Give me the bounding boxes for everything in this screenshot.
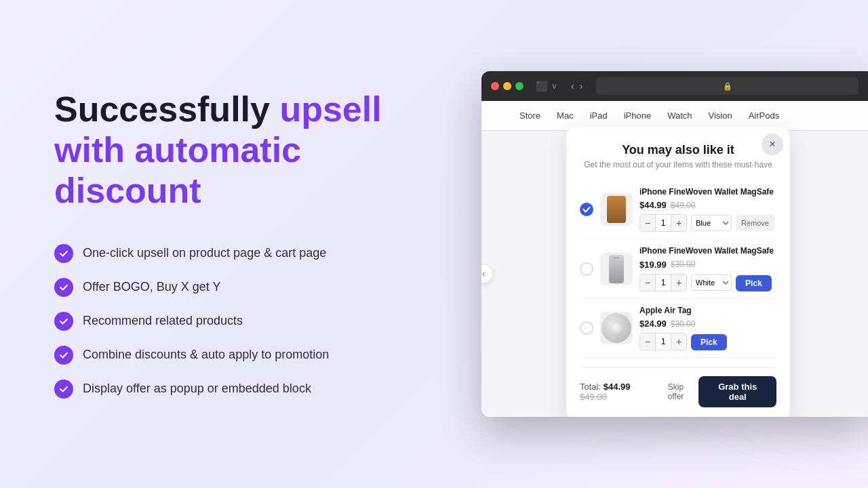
qty-value-2: 1 <box>655 274 671 291</box>
price-new-1: $44.99 <box>639 200 667 210</box>
feature-text: Offer BOGO, Buy X get Y <box>83 280 220 294</box>
list-item: Recommend related products <box>54 312 407 331</box>
modal-close-button[interactable]: × <box>762 134 783 155</box>
headline-plain: Successfully <box>54 89 279 129</box>
back-icon[interactable]: ‹ <box>571 81 574 92</box>
product-name-1: iPhone FineWoven Wallet MagSafe <box>639 187 776 198</box>
product-checkbox-2[interactable] <box>580 262 593 276</box>
price-old-3: $30.00 <box>671 319 696 329</box>
product-image-1 <box>600 193 633 226</box>
product-prices-2: $19.99 $30.00 <box>639 260 776 270</box>
nav-store[interactable]: Store <box>511 110 549 121</box>
product-image-2 <box>600 253 633 285</box>
browser-nav: ‹ › <box>571 81 583 92</box>
address-bar[interactable]: 🔒 <box>596 77 859 95</box>
qty-value-3: 1 <box>655 333 671 350</box>
check-icon <box>54 312 73 331</box>
lock-icon: 🔒 <box>723 82 732 91</box>
product-row-1: iPhone FineWoven Wallet MagSafe $44.99 $… <box>580 180 776 240</box>
list-item: Offer BOGO, Buy X get Y <box>54 278 407 297</box>
list-item: Display offer as popup or embedded block <box>54 380 407 399</box>
feature-text: Recommend related products <box>83 314 243 328</box>
qty-decrease-1[interactable]: − <box>640 215 655 231</box>
footer-actions: Skip offer Grab this deal <box>659 376 776 407</box>
browser-window: ⬛ ∨ ‹ › 🔒 Store Mac iPad iPhone Watch Vi… <box>481 71 868 417</box>
tab-icon: ⬛ <box>536 81 547 92</box>
product-prices-3: $24.99 $30.00 <box>639 319 776 329</box>
product-name-2: iPhone FineWoven Wallet MagSafe <box>639 246 776 257</box>
modal-subtitle: Get the most out of your items with thes… <box>580 160 776 169</box>
list-item: Combine discounts & auto apply to promot… <box>54 346 407 365</box>
nav-ipad[interactable]: iPad <box>582 110 616 121</box>
qty-control-3[interactable]: − 1 + <box>639 333 687 350</box>
upsell-modal: × You may also like it Get the most out … <box>566 127 790 417</box>
left-panel: Successfully upsell with automatic disco… <box>0 49 461 439</box>
close-traffic-light[interactable] <box>491 82 499 90</box>
product-controls-1: − 1 + Blue White Black Remove <box>639 214 776 232</box>
qty-increase-3[interactable]: + <box>671 333 686 350</box>
check-icon <box>54 346 73 365</box>
nav-vision[interactable]: Vision <box>701 110 741 121</box>
qty-decrease-3[interactable]: − <box>640 333 655 350</box>
browser-content: ‹ × You may also like it Get the most ou… <box>481 131 868 417</box>
maximize-traffic-light[interactable] <box>515 82 524 90</box>
nav-airpods[interactable]: AirPods <box>741 110 788 121</box>
product-checkbox-3[interactable] <box>580 321 593 335</box>
price-new-3: $24.99 <box>639 319 667 329</box>
total-label: Total: <box>580 382 601 392</box>
product-controls-2: − 1 + White Blue Black Pick <box>639 274 776 291</box>
qty-increase-1[interactable]: + <box>671 215 686 231</box>
total-info: Total: $44.99 $49.00 <box>580 382 659 402</box>
product-row-3: Apple Air Tag $24.99 $30.00 − 1 + Pick <box>580 299 776 359</box>
main-headline: Successfully upsell with automatic disco… <box>54 89 407 211</box>
remove-button-1[interactable]: Remove <box>736 215 774 231</box>
product-details-3: Apple Air Tag $24.99 $30.00 − 1 + Pick <box>639 306 776 351</box>
price-new-2: $19.99 <box>639 260 667 270</box>
check-icon <box>54 380 73 399</box>
product-checkbox-1[interactable] <box>580 203 593 216</box>
product-prices-1: $44.99 $49.00 <box>639 200 776 210</box>
modal-footer: Total: $44.99 $49.00 Skip offer Grab thi… <box>580 367 776 407</box>
features-list: One-click upsell on product page & cart … <box>54 244 407 399</box>
qty-increase-2[interactable]: + <box>671 274 686 291</box>
qty-decrease-2[interactable]: − <box>640 274 655 291</box>
browser-chrome: ⬛ ∨ ‹ › 🔒 <box>481 71 868 101</box>
modal-title: You may also like it <box>580 143 776 157</box>
product-name-3: Apple Air Tag <box>639 306 776 317</box>
product-image-3 <box>600 312 633 344</box>
feature-text: One-click upsell on product page & cart … <box>83 246 326 260</box>
product-controls-3: − 1 + Pick <box>639 333 776 350</box>
forward-icon[interactable]: › <box>580 81 583 92</box>
check-icon <box>54 244 73 263</box>
color-select-1[interactable]: Blue White Black <box>691 215 732 231</box>
chevron-down-icon: ∨ <box>551 81 557 91</box>
minimize-traffic-light[interactable] <box>503 82 511 90</box>
skip-offer-button[interactable]: Skip offer <box>659 382 692 401</box>
pick-button-2[interactable]: Pick <box>736 275 772 291</box>
color-select-2[interactable]: White Blue Black <box>691 274 732 291</box>
total-old: $49.00 <box>580 392 607 402</box>
qty-control-2[interactable]: − 1 + <box>639 274 687 291</box>
feature-text: Combine discounts & auto apply to promot… <box>83 348 329 362</box>
total-new: $44.99 <box>604 382 631 392</box>
browser-actions: ⬛ ∨ <box>536 81 557 92</box>
nav-watch[interactable]: Watch <box>659 110 700 121</box>
traffic-lights <box>491 82 524 90</box>
product-details-2: iPhone FineWoven Wallet MagSafe $19.99 $… <box>639 246 776 291</box>
qty-control-1[interactable]: − 1 + <box>639 214 687 232</box>
modal-header: You may also like it Get the most out of… <box>580 143 776 169</box>
nav-iphone[interactable]: iPhone <box>616 110 659 121</box>
pick-button-3[interactable]: Pick <box>691 334 727 350</box>
qty-value-1: 1 <box>655 215 671 231</box>
feature-text: Display offer as popup or embedded block <box>83 382 311 396</box>
nav-arrow[interactable]: ‹ <box>481 265 492 283</box>
price-old-1: $49.00 <box>671 201 696 210</box>
nav-mac[interactable]: Mac <box>549 110 582 121</box>
list-item: One-click upsell on product page & cart … <box>54 244 407 263</box>
check-icon <box>54 278 73 297</box>
product-row-2: iPhone FineWoven Wallet MagSafe $19.99 $… <box>580 239 776 299</box>
grab-deal-button[interactable]: Grab this deal <box>698 376 776 407</box>
price-old-2: $30.00 <box>671 260 696 269</box>
product-details-1: iPhone FineWoven Wallet MagSafe $44.99 $… <box>639 187 776 232</box>
